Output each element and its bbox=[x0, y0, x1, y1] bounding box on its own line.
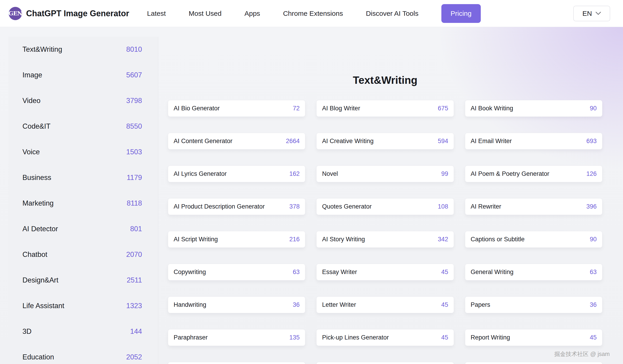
tool-name: AI Story Writing bbox=[322, 236, 365, 243]
tool-card[interactable]: Paraphraser 135 bbox=[168, 329, 305, 346]
tool-name: AI Bio Generator bbox=[174, 105, 220, 112]
tool-count: 396 bbox=[586, 203, 597, 210]
sidebar-category-item[interactable]: Business 1179 bbox=[8, 165, 158, 191]
sidebar-category-item[interactable]: Text&Writing 8010 bbox=[8, 37, 158, 62]
sidebar-category-item[interactable]: Marketing 8118 bbox=[8, 191, 158, 216]
nav-link[interactable]: Chrome Extensions bbox=[283, 10, 343, 17]
tool-card[interactable]: Essay Writer 45 bbox=[316, 264, 454, 280]
pricing-button[interactable]: Pricing bbox=[441, 4, 481, 23]
category-count: 1323 bbox=[126, 302, 142, 310]
tool-name: Captions or Subtitle bbox=[471, 236, 525, 243]
category-sidebar: Text&Writing 8010 Image 5607 Video 3798 … bbox=[8, 37, 158, 364]
tool-card-grid: AI Bio Generator 72 AI Blog Writer 675 A… bbox=[168, 100, 602, 364]
tool-count: 63 bbox=[293, 269, 300, 276]
tool-card-partial[interactable] bbox=[168, 362, 305, 364]
tool-card[interactable]: AI Bio Generator 72 bbox=[168, 100, 305, 117]
watermark-text: 掘金技术社区 @ jsam bbox=[554, 350, 610, 358]
tool-count: 45 bbox=[441, 269, 448, 276]
tool-count: 45 bbox=[441, 334, 448, 341]
tool-card[interactable]: AI Script Writing 216 bbox=[168, 231, 305, 248]
tool-count: 72 bbox=[293, 105, 300, 112]
category-count: 801 bbox=[130, 225, 142, 233]
tool-count: 90 bbox=[590, 105, 597, 112]
tool-card[interactable]: General Writing 63 bbox=[465, 264, 602, 280]
tool-card[interactable]: AI Poem & Poetry Generator 126 bbox=[465, 166, 602, 182]
main-nav: Latest Most Used Apps Chrome Extensions … bbox=[147, 10, 419, 17]
tool-card[interactable]: Report Writing 45 bbox=[465, 329, 602, 346]
nav-link-label: Most Used bbox=[189, 10, 222, 17]
tool-card[interactable]: AI Product Description Generator 378 bbox=[168, 198, 305, 215]
tool-card[interactable]: AI Story Writing 342 bbox=[316, 231, 454, 248]
tool-card[interactable]: Pick-up Lines Generator 45 bbox=[316, 329, 454, 346]
nav-link[interactable]: Most Used bbox=[189, 10, 222, 17]
tool-card[interactable]: Novel 99 bbox=[316, 166, 454, 182]
tool-card[interactable]: AI Book Writing 90 bbox=[465, 100, 602, 117]
tool-count: 162 bbox=[289, 170, 300, 177]
category-count: 1503 bbox=[126, 148, 142, 156]
tool-name: Report Writing bbox=[471, 334, 510, 341]
sidebar-category-item[interactable]: AI Detector 801 bbox=[8, 216, 158, 242]
category-label: Business bbox=[22, 173, 51, 182]
category-label: Voice bbox=[22, 148, 40, 156]
tool-card-partial[interactable] bbox=[316, 362, 454, 364]
nav-link[interactable]: Apps bbox=[245, 10, 260, 17]
tool-card[interactable]: Captions or Subtitle 90 bbox=[465, 231, 602, 248]
tool-card[interactable]: Quotes Generator 108 bbox=[316, 198, 454, 215]
tool-count: 2664 bbox=[286, 138, 300, 145]
sidebar-category-item[interactable]: Code&IT 8550 bbox=[8, 114, 158, 139]
tool-name: Essay Writer bbox=[322, 269, 357, 276]
sidebar-category-item[interactable]: Design&Art 2511 bbox=[8, 267, 158, 293]
tool-count: 126 bbox=[586, 170, 597, 177]
tool-count: 36 bbox=[590, 301, 597, 308]
tool-card[interactable]: Copywriting 63 bbox=[168, 264, 305, 280]
tool-card[interactable]: Papers 36 bbox=[465, 297, 602, 313]
tool-card[interactable]: AI Rewriter 396 bbox=[465, 198, 602, 215]
nav-link[interactable]: Discover AI Tools bbox=[366, 10, 419, 17]
sidebar-category-item[interactable]: Life Assistant 1323 bbox=[8, 293, 158, 319]
tool-card[interactable]: AI Email Writer 693 bbox=[465, 133, 602, 150]
tool-card-partial[interactable] bbox=[465, 362, 602, 364]
sidebar-category-item[interactable]: 3D 144 bbox=[8, 319, 158, 344]
logo-gen-icon[interactable]: GEN bbox=[9, 7, 22, 20]
tool-card[interactable]: AI Blog Writer 675 bbox=[316, 100, 454, 117]
category-count: 2070 bbox=[126, 250, 142, 259]
tool-name: AI Content Generator bbox=[174, 138, 232, 145]
tool-card[interactable]: AI Lyrics Generator 162 bbox=[168, 166, 305, 182]
category-label: Code&IT bbox=[22, 122, 50, 130]
sidebar-category-item[interactable]: Voice 1503 bbox=[8, 139, 158, 165]
category-count: 5607 bbox=[126, 71, 142, 79]
tool-name: AI Creative Writing bbox=[322, 138, 374, 145]
tool-name: AI Blog Writer bbox=[322, 105, 360, 112]
category-count: 2511 bbox=[127, 276, 142, 284]
tool-card[interactable]: Handwriting 36 bbox=[168, 297, 305, 313]
sidebar-category-item[interactable]: Video 3798 bbox=[8, 88, 158, 114]
category-label: Design&Art bbox=[22, 276, 58, 284]
tool-name: Copywriting bbox=[174, 269, 206, 276]
tool-name: Letter Writer bbox=[322, 301, 356, 308]
site-title: ChatGPT Image Generator bbox=[26, 9, 129, 18]
tool-count: 342 bbox=[438, 236, 448, 243]
nav-link-label: Discover AI Tools bbox=[366, 10, 419, 17]
category-count: 3798 bbox=[126, 97, 142, 105]
tool-name: Papers bbox=[471, 301, 490, 308]
sidebar-category-item[interactable]: Chatbot 2070 bbox=[8, 242, 158, 267]
tool-card[interactable]: AI Content Generator 2664 bbox=[168, 133, 305, 150]
sidebar-category-item[interactable]: Image 5607 bbox=[8, 62, 158, 88]
main-panel: Text&Writing AI Bio Generator 72 AI Blog… bbox=[168, 27, 602, 364]
language-selector[interactable]: EN bbox=[573, 6, 610, 21]
tool-name: Paraphraser bbox=[174, 334, 208, 341]
tool-name: AI Script Writing bbox=[174, 236, 218, 243]
tool-name: AI Poem & Poetry Generator bbox=[471, 170, 550, 177]
tool-card[interactable]: Letter Writer 45 bbox=[316, 297, 454, 313]
category-count: 8550 bbox=[126, 122, 142, 130]
category-count: 2052 bbox=[126, 353, 142, 361]
tool-count: 90 bbox=[590, 236, 597, 243]
tool-name: AI Product Description Generator bbox=[174, 203, 265, 210]
sidebar-category-item[interactable]: Education 2052 bbox=[8, 344, 158, 364]
section-heading: Text&Writing bbox=[168, 74, 602, 86]
nav-link-label: Apps bbox=[245, 10, 260, 17]
category-label: Life Assistant bbox=[22, 302, 64, 310]
tool-card[interactable]: AI Creative Writing 594 bbox=[316, 133, 454, 150]
tool-name: AI Book Writing bbox=[471, 105, 513, 112]
nav-link[interactable]: Latest bbox=[147, 10, 166, 17]
